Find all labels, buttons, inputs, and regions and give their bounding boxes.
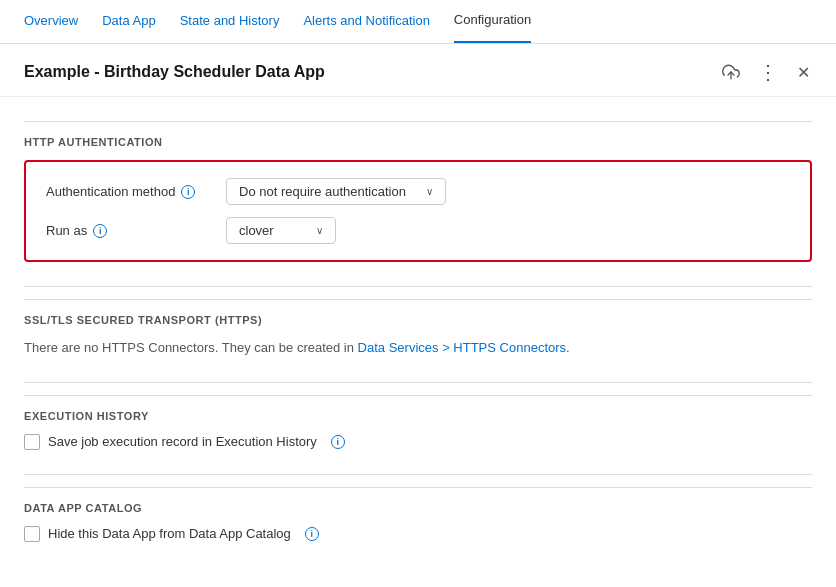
auth-method-info-icon[interactable]: i [181, 185, 195, 199]
auth-method-row: Authentication method i Do not require a… [46, 178, 790, 205]
tab-state-and-history[interactable]: State and History [180, 0, 280, 43]
exec-history-section-label: EXECUTION HISTORY [24, 395, 812, 422]
auth-method-chevron-icon: ∨ [426, 186, 433, 197]
page-header: Example - Birthday Scheduler Data App ⋮ … [0, 44, 836, 97]
http-auth-section-label: HTTP AUTHENTICATION [24, 121, 812, 148]
http-auth-section: HTTP AUTHENTICATION Authentication metho… [24, 121, 812, 262]
catalog-row: Hide this Data App from Data App Catalog… [24, 526, 812, 542]
exec-history-checkbox[interactable] [24, 434, 40, 450]
exec-history-row: Save job execution record in Execution H… [24, 434, 812, 450]
run-as-info-icon[interactable]: i [93, 224, 107, 238]
ssl-connectors-link[interactable]: Data Services > HTTPS Connectors [358, 340, 566, 355]
auth-method-label: Authentication method i [46, 184, 226, 199]
main-content: HTTP AUTHENTICATION Authentication metho… [0, 97, 836, 542]
run-as-row: Run as i clover ∨ [46, 217, 790, 244]
upload-button[interactable] [720, 61, 742, 83]
auth-method-value: Do not require authentication [239, 184, 406, 199]
header-actions: ⋮ ✕ [720, 58, 812, 86]
exec-history-label: Save job execution record in Execution H… [48, 434, 317, 449]
execution-history-section: EXECUTION HISTORY Save job execution rec… [24, 382, 812, 450]
ssl-divider [24, 286, 812, 287]
catalog-label: Hide this Data App from Data App Catalog [48, 526, 291, 541]
tab-data-app[interactable]: Data App [102, 0, 156, 43]
auth-box: Authentication method i Do not require a… [24, 160, 812, 262]
data-app-catalog-section: DATA APP CATALOG Hide this Data App from… [24, 474, 812, 542]
run-as-dropdown[interactable]: clover ∨ [226, 217, 336, 244]
close-icon: ✕ [797, 63, 810, 82]
auth-method-dropdown[interactable]: Do not require authentication ∨ [226, 178, 446, 205]
tab-overview[interactable]: Overview [24, 0, 78, 43]
top-navigation: Overview Data App State and History Aler… [0, 0, 836, 44]
catalog-section-label: DATA APP CATALOG [24, 487, 812, 514]
ssl-description: There are no HTTPS Connectors. They can … [24, 338, 812, 358]
catalog-divider [24, 474, 812, 475]
ssl-section: SSL/TLS SECURED TRANSPORT (HTTPS) There … [24, 286, 812, 358]
run-as-chevron-icon: ∨ [316, 225, 323, 236]
catalog-info-icon[interactable]: i [305, 527, 319, 541]
page-title: Example - Birthday Scheduler Data App [24, 63, 325, 81]
more-icon: ⋮ [758, 60, 779, 84]
run-as-value: clover [239, 223, 274, 238]
tab-alerts-and-notification[interactable]: Alerts and Notification [303, 0, 429, 43]
run-as-label: Run as i [46, 223, 226, 238]
exec-history-divider [24, 382, 812, 383]
more-options-button[interactable]: ⋮ [756, 58, 781, 86]
ssl-section-label: SSL/TLS SECURED TRANSPORT (HTTPS) [24, 299, 812, 326]
exec-history-info-icon[interactable]: i [331, 435, 345, 449]
catalog-checkbox[interactable] [24, 526, 40, 542]
close-button[interactable]: ✕ [795, 61, 812, 84]
tab-configuration[interactable]: Configuration [454, 0, 531, 43]
